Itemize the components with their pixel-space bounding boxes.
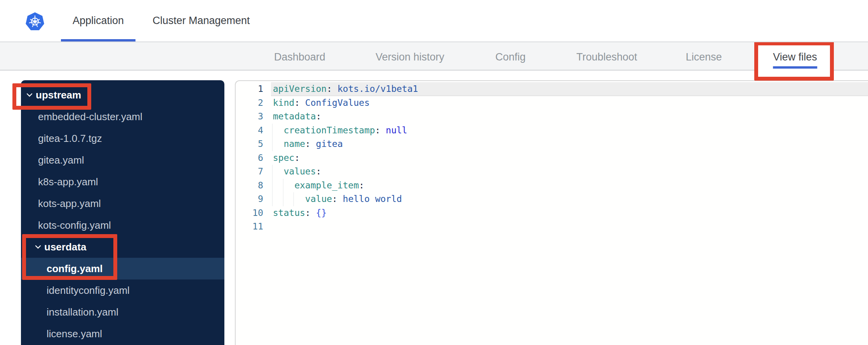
tree-file-config-yaml-selected[interactable]: config.yaml <box>21 258 224 279</box>
tree-file-identityconfig[interactable]: identityconfig.yaml <box>21 279 224 301</box>
line-number: 8 <box>236 179 263 193</box>
kubernetes-logo-icon[interactable] <box>25 12 45 31</box>
tree-file-label: k8s-app.yaml <box>38 176 98 188</box>
code-line: 1 apiVersion: kots.io/v1beta1 <box>236 82 868 96</box>
tree-file-k8s-app[interactable]: k8s-app.yaml <box>21 171 224 193</box>
line-number: 4 <box>236 124 263 138</box>
tab-dashboard[interactable]: Dashboard <box>274 51 325 63</box>
tree-file-label: config.yaml <box>47 263 102 275</box>
line-number: 11 <box>236 220 263 234</box>
line-number: 7 <box>236 165 263 179</box>
code-line: 5 name: gitea <box>236 137 868 151</box>
tab-application-label: Application <box>73 15 124 27</box>
tree-file-license[interactable]: license.yaml <box>21 323 224 345</box>
line-number: 5 <box>236 137 263 151</box>
code-line: 8 example_item: <box>236 179 868 193</box>
tree-folder-label: upstream <box>36 89 81 101</box>
top-navbar: Application Cluster Management <box>0 0 868 42</box>
chevron-down-icon[interactable] <box>26 91 33 99</box>
tab-application[interactable]: Application <box>61 0 135 41</box>
tree-folder-upstream[interactable]: upstream <box>21 84 224 106</box>
line-number: 2 <box>236 96 263 110</box>
code-line: 10 status: {} <box>236 206 868 220</box>
code-line: 7 values: <box>236 165 868 179</box>
tab-version-history[interactable]: Version history <box>375 51 444 63</box>
tree-file-gitea-tgz[interactable]: gitea-1.0.7.tgz <box>21 128 224 149</box>
file-tree: upstream embedded-cluster.yaml gitea-1.0… <box>21 80 224 345</box>
tree-file-installation[interactable]: installation.yaml <box>21 301 224 323</box>
tab-troubleshoot[interactable]: Troubleshoot <box>576 51 637 63</box>
kots-admin-console: Application Cluster Management Dashboard… <box>0 0 868 345</box>
line-number: 6 <box>236 151 263 165</box>
tab-config[interactable]: Config <box>495 51 526 63</box>
app-sub-navbar: Dashboard Version history Config Trouble… <box>0 42 868 71</box>
tree-file-label: embedded-cluster.yaml <box>38 111 142 123</box>
tree-file-label: installation.yaml <box>47 306 118 318</box>
yaml-file-viewer[interactable]: 1 apiVersion: kots.io/v1beta1 2 kind: Co… <box>235 80 868 345</box>
tree-file-kots-app[interactable]: kots-app.yaml <box>21 193 224 214</box>
tree-folder-userdata[interactable]: userdata <box>21 236 224 258</box>
file-tree-sidebar: upstream embedded-cluster.yaml gitea-1.0… <box>21 80 224 345</box>
tab-cluster-management[interactable]: Cluster Management <box>153 0 250 41</box>
tree-file-gitea-yaml[interactable]: gitea.yaml <box>21 149 224 171</box>
tree-file-embedded-cluster[interactable]: embedded-cluster.yaml <box>21 106 224 128</box>
code-line: 6 spec: <box>236 151 868 165</box>
tree-file-label: identityconfig.yaml <box>47 285 130 297</box>
line-number: 3 <box>236 110 263 124</box>
tree-file-label: gitea-1.0.7.tgz <box>38 133 102 145</box>
line-number: 1 <box>236 82 263 96</box>
tab-license[interactable]: License <box>686 51 722 63</box>
tree-folder-label: userdata <box>44 241 86 253</box>
tab-view-files[interactable]: View files <box>773 51 817 69</box>
code-line: 2 kind: ConfigValues <box>236 96 868 110</box>
tab-cluster-management-label: Cluster Management <box>153 15 250 27</box>
tree-file-label: gitea.yaml <box>38 154 84 166</box>
code-line: 11 <box>236 220 868 234</box>
tree-file-label: license.yaml <box>47 328 102 340</box>
line-number: 10 <box>236 206 263 220</box>
line-number: 9 <box>236 192 263 206</box>
code-line: 4 creationTimestamp: null <box>236 124 868 138</box>
tree-file-kots-config[interactable]: kots-config.yaml <box>21 214 224 236</box>
chevron-down-icon[interactable] <box>34 243 42 251</box>
tree-file-label: kots-app.yaml <box>38 198 101 210</box>
code-line: 9 value: hello world <box>236 192 868 206</box>
code-line: 3 metadata: <box>236 110 868 124</box>
tree-file-label: kots-config.yaml <box>38 219 111 231</box>
